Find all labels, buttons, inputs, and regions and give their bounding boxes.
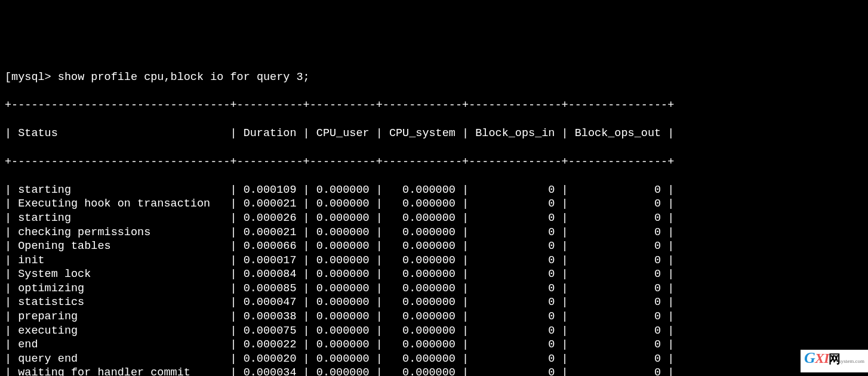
table-row: | Executing hook on transaction | 0.0000… [5,197,863,211]
table-row: | preparing | 0.000038 | 0.000000 | 0.00… [5,310,863,324]
table-body: | starting | 0.000109 | 0.000000 | 0.000… [5,183,863,376]
terminal-output[interactable]: [mysql> show profile cpu,block io for qu… [0,56,868,376]
table-row: | optimizing | 0.000085 | 0.000000 | 0.0… [5,282,863,296]
table-row: | Opening tables | 0.000066 | 0.000000 |… [5,239,863,254]
watermark-g: G [804,351,815,365]
watermark-xi: XI [815,352,829,366]
watermark-logo: G XI 网 system.com [801,350,868,372]
table-row: | starting | 0.000026 | 0.000000 | 0.000… [5,211,863,226]
table-row: | query end | 0.000020 | 0.000000 | 0.00… [5,352,863,366]
table-row: | end | 0.000022 | 0.000000 | 0.000000 |… [5,338,863,352]
command-line: [mysql> show profile cpu,block io for qu… [5,70,863,85]
table-row: | System lock | 0.000084 | 0.000000 | 0.… [5,267,863,282]
command-text: show profile cpu,block io for query 3; [58,71,310,84]
prompt-text: [mysql> [5,71,58,84]
table-row: | init | 0.000017 | 0.000000 | 0.000000 … [5,254,863,268]
watermark-sub: system.com [839,355,864,369]
table-border-mid: +---------------------------------+-----… [5,155,863,169]
table-row: | starting | 0.000109 | 0.000000 | 0.000… [5,183,863,198]
table-row: | waiting for handler commit | 0.000034 … [5,366,863,376]
table-header-row: | Status | Duration | CPU_user | CPU_sys… [5,127,863,141]
table-row: | checking permissions | 0.000021 | 0.00… [5,226,863,240]
table-row: | statistics | 0.000047 | 0.000000 | 0.0… [5,295,863,310]
table-border-top: +---------------------------------+-----… [5,98,863,113]
table-row: | executing | 0.000075 | 0.000000 | 0.00… [5,324,863,338]
